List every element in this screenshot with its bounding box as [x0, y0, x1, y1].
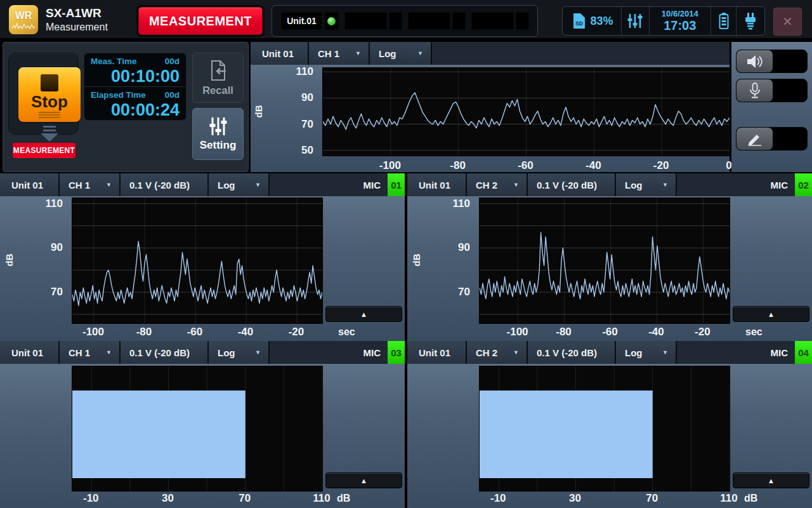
y-tick-label: 90	[458, 242, 470, 253]
mic04-channel-selector[interactable]: CH 2 ▼	[467, 341, 528, 364]
marker-display	[773, 128, 807, 150]
y-axis-ticks: 110907050	[251, 67, 318, 155]
chevron-down-icon: ▼	[417, 50, 423, 57]
mic01-chart-panel: Unit 01 CH 1 ▼ 0.1 V (-20 dB) Log ▼ MIC …	[0, 173, 405, 341]
mic-monitor-button[interactable]	[736, 79, 808, 102]
mic04-scale-selector[interactable]: Log ▼	[616, 341, 677, 364]
waveform-icon	[11, 21, 36, 30]
x-axis-ticks: -103070110dB	[479, 490, 809, 507]
mic02-chart-header: Unit 01 CH 2 ▼ 0.1 V (-20 dB) Log ▼ MIC …	[407, 173, 812, 196]
mic02-plot	[479, 197, 730, 324]
battery-icon	[717, 12, 731, 30]
x-tick-label: 70	[239, 490, 251, 507]
overview-channel-selector[interactable]: CH 1 ▼	[309, 42, 370, 65]
meas-time-value: 00:10:00	[91, 67, 180, 85]
mic02-unit-selector[interactable]: Unit 01	[407, 173, 467, 196]
chevron-down-icon: ▼	[106, 182, 112, 188]
current-date: 10/6/2014	[662, 10, 698, 19]
mic-label: MIC	[363, 173, 381, 196]
mic-label: MIC	[363, 341, 381, 364]
chevron-up-icon: ▲	[768, 311, 775, 318]
collapse-chart-button[interactable]: ▲	[325, 306, 402, 322]
stop-button-label: Stop	[31, 93, 68, 110]
mic01-unit-selector[interactable]: Unit 01	[0, 173, 60, 196]
mic04-plot	[479, 366, 730, 491]
x-axis-ticks: -100-80-60-40-20sec	[72, 324, 402, 340]
chevron-down-icon: ▼	[662, 182, 668, 188]
speaker-icon	[746, 54, 764, 69]
mic03-plot	[72, 366, 323, 491]
mic02-channel-selector[interactable]: CH 2 ▼	[467, 173, 528, 196]
mic04-chart-header: Unit 01 CH 2 ▼ 0.1 V (-20 dB) Log ▼ MIC …	[407, 341, 812, 364]
datetime-status: 10/6/2014 17:03	[650, 7, 711, 35]
x-tick-label: -10	[490, 490, 506, 507]
y-tick-label: 70	[301, 119, 313, 130]
setting-button-label: Setting	[200, 139, 237, 152]
mic01-channel-selector[interactable]: CH 1 ▼	[60, 173, 121, 196]
overview-scale-selector[interactable]: Log ▼	[370, 42, 432, 65]
x-tick-label: -10	[83, 490, 99, 507]
collapse-chart-button[interactable]: ▲	[325, 472, 402, 488]
unit-led-slot	[324, 12, 339, 30]
measurement-status-badge: MEASUREMENT	[13, 143, 75, 158]
mic01-plot	[72, 197, 323, 324]
battery-status	[711, 7, 737, 35]
mic02-scale-selector[interactable]: Log ▼	[616, 173, 677, 196]
x-axis-unit-label: sec	[745, 324, 763, 340]
stop-button[interactable]: Stop	[18, 67, 81, 122]
x-tick-label: -100	[82, 324, 104, 340]
y-tick-label: 90	[301, 92, 313, 103]
unit-connected-led-icon	[327, 17, 336, 25]
x-tick-label: -100	[507, 324, 528, 340]
x-tick-label: -60	[518, 157, 534, 174]
mic03-unit-selector[interactable]: Unit 01	[0, 341, 60, 364]
x-tick-label: -60	[187, 324, 203, 340]
svg-text:SD: SD	[575, 20, 583, 27]
mic03-channel-selector[interactable]: CH 1 ▼	[60, 341, 121, 364]
mixer-status	[622, 7, 650, 35]
mic04-range-display[interactable]: 0.1 V (-20 dB)	[528, 341, 616, 364]
speaker-monitor-button[interactable]	[736, 50, 808, 73]
system-status-cluster: SD 83% 10/6/2014 17:03	[562, 6, 765, 36]
x-tick-label: -40	[238, 324, 254, 340]
x-tick-label: 30	[569, 490, 581, 507]
y-tick-label: 110	[296, 66, 313, 77]
mic03-scale-selector[interactable]: Log ▼	[209, 341, 270, 364]
setting-button[interactable]: Setting	[192, 108, 244, 160]
measurement-mode-button[interactable]: MEASUREMENT	[138, 7, 263, 35]
x-tick-label: -20	[289, 324, 304, 340]
mic01-scale-selector[interactable]: Log ▼	[209, 173, 270, 196]
collapse-chart-button[interactable]: ▲	[733, 472, 809, 488]
mic04-unit-selector[interactable]: Unit 01	[407, 341, 467, 364]
marker-pen-button[interactable]	[736, 127, 808, 150]
mic03-number-badge: 03	[388, 341, 405, 364]
recall-button[interactable]: Recall	[192, 53, 244, 103]
x-axis-ticks: -103070110dB	[72, 490, 402, 507]
empty-unit-slot	[344, 12, 387, 30]
y-tick-label: 90	[51, 242, 63, 253]
mic03-range-display[interactable]: 0.1 V (-20 dB)	[121, 341, 209, 364]
empty-led-slot	[516, 12, 529, 30]
chevron-up-icon: ▲	[360, 311, 367, 318]
x-tick-label: 70	[646, 490, 658, 507]
overview-unit-selector[interactable]: Unit 01	[251, 42, 309, 65]
y-tick-label: 50	[301, 145, 313, 156]
collapse-chart-button[interactable]: ▲	[733, 306, 809, 322]
x-tick-label: -40	[586, 157, 601, 174]
close-button[interactable]: ✕	[773, 8, 802, 36]
mic03-chart-header: Unit 01 CH 1 ▼ 0.1 V (-20 dB) Log ▼ MIC …	[0, 341, 405, 364]
mic-label: MIC	[771, 341, 789, 364]
elapsed-time-label: Elapsed Time	[91, 91, 146, 100]
x-axis-unit-label: dB	[744, 490, 757, 507]
stop-grip-lines	[39, 112, 60, 119]
mic02-chart-panel: Unit 01 CH 2 ▼ 0.1 V (-20 dB) Log ▼ MIC …	[407, 173, 812, 341]
chevron-up-icon: ▲	[360, 477, 367, 485]
mic01-range-display[interactable]: 0.1 V (-20 dB)	[121, 173, 209, 196]
chevron-up-icon: ▲	[768, 477, 775, 485]
sd-card-status: SD 83%	[563, 7, 622, 35]
mic02-range-display[interactable]: 0.1 V (-20 dB)	[528, 173, 616, 196]
expand-down-arrow-icon[interactable]	[40, 126, 59, 142]
current-time: 17:03	[664, 19, 696, 32]
recall-document-icon	[209, 60, 228, 81]
pen-icon	[747, 131, 763, 147]
